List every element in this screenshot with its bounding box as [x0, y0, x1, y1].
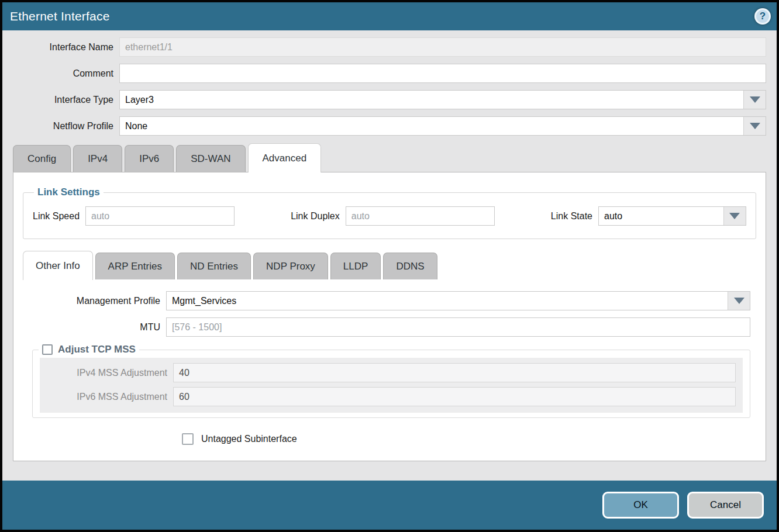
link-state-dropdown[interactable]: auto — [598, 206, 746, 226]
interface-name-input — [119, 37, 766, 57]
tab-ndp-proxy[interactable]: NDP Proxy — [253, 253, 328, 279]
tab-advanced[interactable]: Advanced — [248, 143, 322, 172]
comment-input[interactable] — [119, 64, 766, 83]
untagged-subinterface-checkbox[interactable] — [182, 433, 194, 445]
tab-ipv4[interactable]: IPv4 — [73, 145, 122, 172]
adjust-tcp-mss-legend-text: Adjust TCP MSS — [58, 344, 136, 355]
mtu-row: MTU — [23, 317, 756, 337]
tab-config[interactable]: Config — [13, 145, 71, 172]
management-profile-dropdown-button[interactable] — [728, 292, 750, 310]
dialog-footer: OK Cancel — [2, 481, 777, 530]
netflow-profile-dropdown-button[interactable] — [743, 117, 766, 135]
tab-lldp[interactable]: LLDP — [330, 253, 381, 279]
link-speed-input[interactable] — [85, 206, 235, 226]
management-profile-dropdown[interactable]: Mgmt_Services — [166, 291, 750, 310]
netflow-profile-value: None — [120, 117, 743, 135]
link-duplex-label: Link Duplex — [291, 211, 346, 222]
titlebar: Ethernet Interface ? — [2, 2, 777, 30]
ipv6-mss-input — [173, 387, 736, 406]
comment-label: Comment — [13, 68, 119, 79]
dialog-title: Ethernet Interface — [10, 9, 110, 23]
link-settings-fieldset: Link Settings Link Speed Link Duplex Lin… — [23, 186, 756, 239]
chevron-down-icon — [750, 123, 760, 129]
link-speed-label: Link Speed — [33, 211, 85, 222]
link-settings-row: Link Speed Link Duplex Link State auto — [30, 206, 749, 226]
tab-ipv6[interactable]: IPv6 — [125, 145, 174, 172]
interface-type-label: Interface Type — [13, 95, 119, 105]
interface-type-dropdown[interactable]: Layer3 — [119, 90, 766, 109]
dialog-body: Interface Name Comment Interface Type La… — [2, 30, 777, 481]
chevron-down-icon — [734, 298, 744, 304]
untagged-subinterface-row: Untagged Subinterface — [182, 433, 756, 445]
ipv4-mss-label: IPv4 MSS Adjustment — [40, 368, 173, 378]
interface-type-value: Layer3 — [120, 91, 743, 109]
adjust-tcp-mss-checkbox[interactable] — [42, 344, 53, 355]
link-state-label: Link State — [551, 211, 598, 222]
adjust-tcp-mss-legend: Adjust TCP MSS — [39, 344, 139, 355]
ok-button[interactable]: OK — [602, 492, 679, 519]
chevron-down-icon — [750, 96, 760, 103]
mss-disabled-area: IPv4 MSS Adjustment IPv6 MSS Adjustment — [40, 358, 743, 413]
tab-arp-entries[interactable]: ARP Entries — [95, 253, 175, 279]
link-settings-legend: Link Settings — [34, 186, 104, 198]
management-profile-value: Mgmt_Services — [167, 292, 728, 310]
tab-ddns[interactable]: DDNS — [383, 253, 437, 279]
link-duplex-group: Link Duplex — [291, 206, 495, 226]
mtu-label: MTU — [23, 322, 166, 333]
link-state-value: auto — [599, 207, 723, 225]
other-info-tab-bar: Other Info ARP Entries ND Entries NDP Pr… — [23, 251, 756, 279]
link-state-dropdown-button[interactable] — [723, 207, 746, 225]
netflow-profile-dropdown[interactable]: None — [119, 116, 766, 136]
tab-other-info[interactable]: Other Info — [23, 251, 93, 280]
link-state-group: Link State auto — [551, 206, 746, 226]
netflow-profile-row: Netflow Profile None — [13, 116, 766, 136]
link-duplex-input[interactable] — [346, 206, 495, 226]
advanced-tab-panel: Link Settings Link Speed Link Duplex Lin… — [13, 172, 766, 461]
management-profile-row: Management Profile Mgmt_Services — [23, 291, 756, 310]
comment-row: Comment — [13, 64, 766, 83]
main-tab-bar: Config IPv4 IPv6 SD-WAN Advanced — [13, 143, 766, 172]
link-speed-group: Link Speed — [33, 206, 235, 226]
interface-name-row: Interface Name — [13, 37, 766, 57]
ipv4-mss-input — [173, 363, 736, 382]
ipv6-mss-label: IPv6 MSS Adjustment — [40, 392, 173, 402]
interface-name-label: Interface Name — [13, 42, 119, 53]
netflow-profile-label: Netflow Profile — [13, 121, 119, 132]
adjust-tcp-mss-fieldset: Adjust TCP MSS IPv4 MSS Adjustment IPv6 … — [32, 344, 750, 418]
tab-sd-wan[interactable]: SD-WAN — [176, 145, 245, 172]
untagged-subinterface-label: Untagged Subinterface — [201, 434, 297, 444]
tab-nd-entries[interactable]: ND Entries — [177, 253, 251, 279]
interface-type-dropdown-button[interactable] — [743, 91, 766, 109]
chevron-down-icon — [729, 213, 740, 219]
ipv6-mss-row: IPv6 MSS Adjustment — [40, 386, 743, 407]
mtu-input[interactable] — [166, 317, 750, 337]
cancel-button[interactable]: Cancel — [687, 492, 764, 519]
help-icon[interactable]: ? — [754, 8, 771, 25]
ipv4-mss-row: IPv4 MSS Adjustment — [40, 362, 743, 383]
management-profile-label: Management Profile — [23, 296, 166, 306]
ethernet-interface-dialog: Ethernet Interface ? Interface Name Comm… — [0, 0, 779, 532]
interface-type-row: Interface Type Layer3 — [13, 90, 766, 109]
